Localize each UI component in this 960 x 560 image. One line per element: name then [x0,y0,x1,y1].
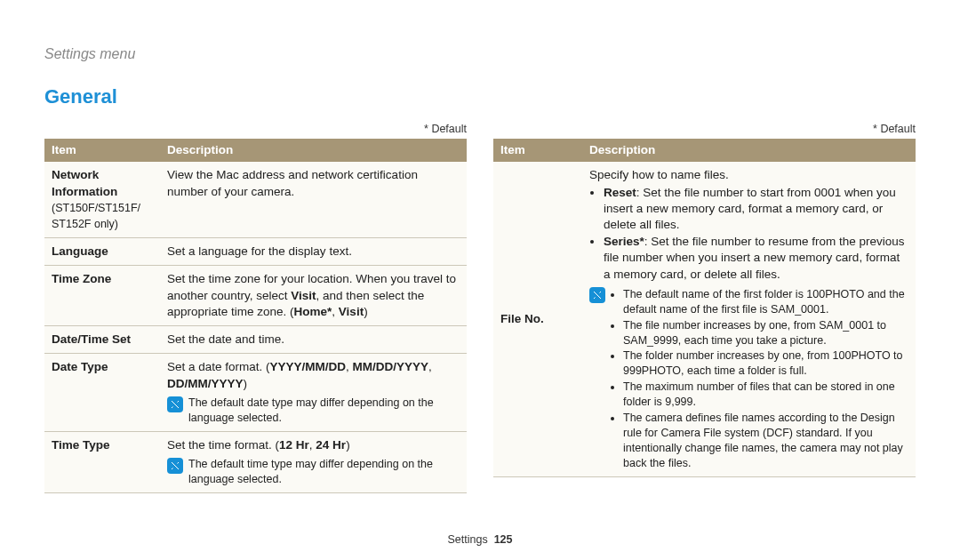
table-header-row: Item Description [493,139,916,162]
item-language: Language [44,238,160,266]
file-no-intro: Specify how to name files. [589,167,908,183]
list-item: Reset: Set the file number to start from… [604,185,908,234]
list-item: The default name of the first folder is … [623,287,908,317]
note-block: The default date type may differ dependi… [167,396,460,426]
section-title: General [44,84,916,110]
table-header-row: Item Description [44,139,467,162]
list-item: The camera defines file names according … [623,411,908,471]
file-no-options: Reset: Set the file number to start from… [604,185,908,283]
note-text: The default time type may differ dependi… [188,457,460,487]
table-row: Time Zone Set the time zone for your loc… [44,266,467,326]
header-item: Item [44,139,160,162]
item-date-time-set: Date/Time Set [44,326,160,354]
list-item: The maximum number of files that can be … [623,380,908,410]
note-block: The default time type may differ dependi… [167,457,460,487]
item-time-type: Time Type [44,431,160,492]
header-description: Description [160,139,467,162]
item-date-type: Date Type [44,354,160,431]
desc-file-no: Specify how to name files. Reset: Set th… [582,162,916,477]
header-item: Item [493,139,582,162]
item-time-zone: Time Zone [44,266,160,326]
desc-language: Set a language for the display text. [160,238,467,266]
table-row: Network Information (ST150F/ST151F/ ST15… [44,162,467,237]
item-file-no: File No. [493,162,582,477]
desc-network-information: View the Mac address and network certifi… [160,162,467,237]
note-icon [167,458,183,474]
note-block: The default name of the first folder is … [589,286,908,472]
default-note-right: * Default [493,122,916,137]
footer-section: Settings [448,533,488,546]
list-item: The file number increases by one, from S… [623,318,908,348]
column-left: * Default Item Description Network Infor… [44,122,467,492]
table-row: Time Type Set the time format. (12 Hr, 2… [44,431,467,492]
file-no-notes: The default name of the first folder is … [623,286,908,472]
settings-table-left: Item Description Network Information (ST… [44,139,467,492]
desc-time-type: Set the time format. (12 Hr, 24 Hr) The … [160,431,467,492]
note-text: The default date type may differ dependi… [188,396,460,426]
content-columns: * Default Item Description Network Infor… [44,122,916,492]
breadcrumb: Settings menu [44,44,916,64]
table-row: Language Set a language for the display … [44,238,467,266]
note-icon [589,287,605,303]
desc-time-zone: Set the time zone for your location. Whe… [160,266,467,326]
desc-date-type: Set a date format. (YYYY/MM/DD, MM/DD/YY… [160,354,467,431]
table-row: Date Type Set a date format. (YYYY/MM/DD… [44,354,467,431]
default-note-left: * Default [44,122,467,137]
settings-table-right: Item Description File No. Specify how to… [493,139,916,477]
page-footer: Settings 125 [0,532,960,548]
column-right: * Default Item Description File No. Spec… [493,122,916,492]
desc-date-time-set: Set the date and time. [160,326,467,354]
list-item: Series*: Set the file number to resume f… [604,234,908,283]
footer-page-number: 125 [494,533,513,546]
table-row: Date/Time Set Set the date and time. [44,326,467,354]
table-row: File No. Specify how to name files. Rese… [493,162,916,477]
item-network-information: Network Information (ST150F/ST151F/ ST15… [44,162,160,237]
header-description: Description [582,139,916,162]
list-item: The folder number increases by one, from… [623,348,908,379]
note-icon [167,396,183,412]
